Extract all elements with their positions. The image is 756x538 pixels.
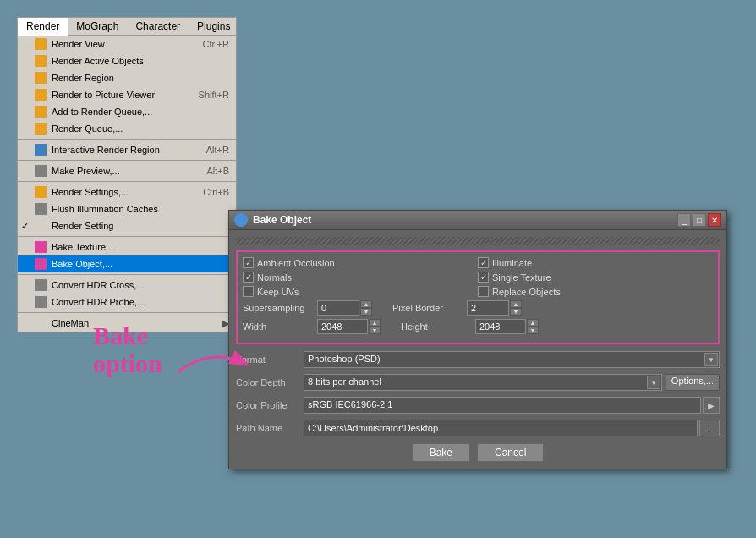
pixel-border-down[interactable]: ▼	[510, 308, 522, 316]
options-row-1: Ambient Occlusion Illuminate	[243, 257, 713, 268]
supersampling-up[interactable]: ▲	[360, 300, 372, 308]
menu-item-interactive-render[interactable]: Interactive Render Region Alt+R	[18, 141, 236, 158]
label-flush: Flush Illumination Caches	[52, 204, 229, 214]
icon-render-setting	[33, 219, 48, 233]
dialog-stripe	[236, 237, 720, 245]
label-width: Width	[243, 321, 310, 332]
icon-add-queue	[33, 105, 48, 118]
separator-4	[18, 236, 236, 237]
color-depth-select[interactable]: 8 bits per channel	[304, 374, 662, 391]
format-row: Format Photoshop (PSD) ▼	[236, 349, 720, 370]
close-button[interactable]: ✕	[708, 213, 721, 227]
menu-item-render-settings[interactable]: Render Settings,... Ctrl+B	[18, 184, 236, 200]
icon-render-settings	[33, 185, 48, 199]
width-down[interactable]: ▼	[369, 327, 381, 334]
bake-button[interactable]: Bake	[412, 443, 470, 462]
check-render-setting: ✓	[21, 221, 33, 232]
menu-item-convert-hdr-probe[interactable]: Convert HDR Probe,...	[18, 294, 236, 310]
annotation-text: Bakeoption	[93, 321, 162, 377]
label-bake-texture: Bake Texture,...	[52, 242, 229, 252]
menu-item-render-setting[interactable]: ✓ Render Setting	[18, 217, 236, 234]
label-render-settings: Render Settings,...	[52, 187, 186, 197]
dialog-content: Ambient Occlusion Illuminate Normals Sin…	[229, 230, 726, 469]
path-row: Path Name ...	[236, 418, 720, 438]
menu-item-bake-texture[interactable]: Bake Texture,...	[18, 239, 236, 255]
width-up[interactable]: ▲	[369, 319, 381, 327]
checkbox-ambient-occlusion[interactable]	[243, 257, 254, 268]
supersampling-input[interactable]	[317, 300, 359, 316]
height-input[interactable]	[475, 319, 526, 334]
checkbox-illuminate[interactable]	[478, 257, 489, 268]
format-dropdown-arrow[interactable]: ▼	[704, 353, 718, 366]
icon-interactive	[33, 143, 48, 156]
color-depth-select-wrapper: 8 bits per channel ▼	[304, 374, 662, 391]
menu-item-add-render-queue[interactable]: Add to Render Queue,...	[18, 103, 236, 120]
icon-render-view	[33, 37, 48, 51]
label-illuminate: Illuminate	[492, 258, 532, 268]
options-row-3: Keep UVs Replace Objects	[243, 286, 713, 297]
format-select-wrapper: Photoshop (PSD) ▼	[304, 351, 720, 368]
menu-item-convert-hdr-cross[interactable]: Convert HDR Cross,...	[18, 277, 236, 294]
path-browse-button[interactable]: ...	[699, 420, 720, 436]
separator-2	[18, 160, 236, 161]
menu-item-bake-object[interactable]: Bake Object,...	[18, 255, 236, 272]
supersampling-input-group: ▲ ▼	[317, 300, 372, 316]
label-render-active: Render Active Objects	[52, 56, 212, 66]
menu-item-flush-illumination[interactable]: Flush Illumination Caches	[18, 200, 236, 217]
label-single-texture: Single Texture	[492, 272, 551, 283]
height-up[interactable]: ▲	[527, 319, 539, 327]
label-hdr-probe: Convert HDR Probe,...	[52, 297, 229, 307]
menu-item-make-preview[interactable]: Make Preview,... Alt+B	[18, 162, 236, 179]
menu-item-render-active-objects[interactable]: Render Active Objects	[18, 52, 236, 69]
checkbox-normals[interactable]	[243, 272, 254, 283]
icon-make-preview	[33, 164, 48, 178]
label-pixel-border: Pixel Border	[392, 303, 460, 313]
supersampling-row: Supersampling ▲ ▼ Pixel Border ▲ ▼	[243, 300, 713, 316]
supersampling-down[interactable]: ▼	[360, 308, 372, 316]
icon-render-queue	[33, 122, 48, 135]
maximize-button[interactable]: □	[693, 213, 706, 227]
menu-item-render-region[interactable]: Render Region	[18, 69, 236, 86]
label-normals: Normals	[257, 272, 292, 283]
shortcut-render-settings: Ctrl+B	[203, 187, 229, 197]
menu-item-render-picture-viewer[interactable]: Render to Picture Viewer Shift+R	[18, 86, 236, 103]
label-render-queue: Render Queue,...	[52, 124, 229, 134]
dimensions-row: Width ▲ ▼ Height ▲ ▼	[243, 319, 713, 334]
label-supersampling: Supersampling	[243, 303, 310, 313]
color-profile-button[interactable]: ▶	[703, 397, 720, 414]
checkbox-single-texture[interactable]	[478, 272, 489, 283]
checkbox-keep-uvs[interactable]	[243, 286, 254, 297]
width-input[interactable]	[317, 319, 368, 334]
label-path-name: Path Name	[236, 423, 304, 433]
render-menu: Render MoGraph Character Plugins Render …	[17, 17, 237, 332]
cancel-button[interactable]: Cancel	[477, 443, 544, 462]
icon-cineman	[33, 316, 48, 330]
label-add-queue: Add to Render Queue,...	[52, 107, 229, 117]
menu-item-render-view[interactable]: Render View Ctrl+R	[18, 36, 236, 52]
separator-3	[18, 181, 236, 182]
checkbox-replace-objects[interactable]	[478, 286, 489, 297]
label-height: Height	[401, 321, 468, 332]
pixel-border-input[interactable]	[467, 300, 509, 316]
tab-mograph[interactable]: MoGraph	[68, 18, 127, 35]
path-input[interactable]	[304, 420, 698, 436]
tab-character[interactable]: Character	[127, 18, 189, 35]
menu-item-render-queue[interactable]: Render Queue,...	[18, 120, 236, 137]
label-render-view: Render View	[52, 39, 186, 49]
height-down[interactable]: ▼	[527, 327, 539, 334]
pixel-border-up[interactable]: ▲	[510, 300, 522, 308]
format-select[interactable]: Photoshop (PSD)	[304, 351, 720, 368]
label-keep-uvs: Keep UVs	[257, 287, 299, 297]
label-replace-objects: Replace Objects	[492, 287, 561, 297]
color-depth-arrow[interactable]: ▼	[647, 376, 660, 389]
tab-plugins[interactable]: Plugins	[189, 18, 238, 35]
options-button[interactable]: Options,...	[666, 374, 720, 391]
label-make-preview: Make Preview,...	[52, 166, 189, 176]
icon-hdr-probe	[33, 295, 48, 309]
label-hdr-cross: Convert HDR Cross,...	[52, 280, 229, 290]
minimize-button[interactable]: _	[677, 213, 691, 227]
pixel-border-arrows: ▲ ▼	[510, 300, 522, 316]
width-input-group: ▲ ▼	[317, 319, 381, 334]
tab-render[interactable]: Render	[18, 18, 68, 36]
icon-bake-texture	[33, 240, 48, 254]
